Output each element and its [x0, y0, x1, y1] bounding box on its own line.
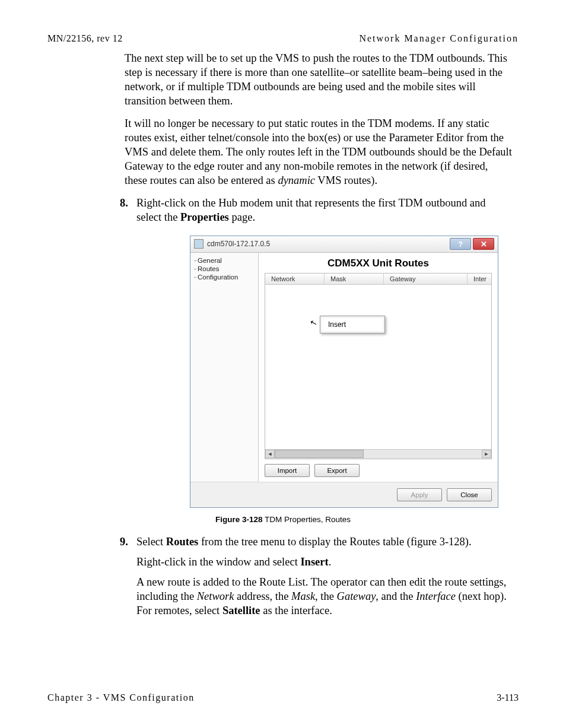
context-menu: Insert	[320, 316, 385, 333]
col-network[interactable]: Network	[265, 274, 325, 284]
titlebar[interactable]: cdm570l-172.17.0.5 ? ✕	[190, 236, 498, 253]
menu-insert[interactable]: Insert	[322, 318, 383, 331]
col-inter[interactable]: Inter	[468, 274, 491, 284]
figure-caption: Figure 3-128 TDM Properties, Routes	[47, 515, 519, 524]
table-header: Network Mask Gateway Inter	[265, 274, 491, 285]
doc-id: MN/22156, rev 12	[47, 33, 123, 44]
properties-dialog: cdm570l-172.17.0.5 ? ✕ General Routes Co…	[190, 236, 498, 508]
paragraph-2: It will no longer be necessary to put st…	[125, 116, 513, 187]
scroll-right-icon[interactable]: ►	[482, 450, 491, 458]
scroll-thumb[interactable]	[275, 450, 364, 458]
step-9-number: 9.	[120, 535, 128, 549]
page-number: 3-113	[497, 692, 519, 703]
apply-button[interactable]: Apply	[397, 488, 442, 501]
tree-menu: General Routes Configuration	[190, 253, 259, 482]
cursor-icon: ↖	[309, 317, 319, 328]
tree-configuration[interactable]: Configuration	[193, 273, 256, 281]
col-gateway[interactable]: Gateway	[384, 274, 468, 284]
scroll-track[interactable]	[275, 450, 482, 459]
table-body[interactable]: ↖ Insert	[265, 285, 491, 449]
panel-title: CDM5XX Unit Routes	[265, 257, 492, 269]
help-button[interactable]: ?	[450, 238, 471, 250]
routes-table[interactable]: Network Mask Gateway Inter ↖ Insert ◄	[265, 273, 492, 459]
section-title: Network Manager Configuration	[359, 33, 519, 44]
import-button[interactable]: Import	[265, 464, 310, 477]
app-icon	[194, 239, 203, 249]
chapter-footer: Chapter 3 - VMS Configuration	[47, 692, 195, 703]
window-title: cdm570l-172.17.0.5	[207, 240, 448, 248]
paragraph-1: The next step will be to set up the VMS …	[125, 51, 513, 108]
close-dialog-button[interactable]: Close	[447, 488, 492, 501]
horizontal-scrollbar[interactable]: ◄ ►	[265, 449, 491, 459]
tree-routes[interactable]: Routes	[193, 265, 256, 273]
col-mask[interactable]: Mask	[325, 274, 384, 284]
export-button[interactable]: Export	[314, 464, 360, 477]
close-button[interactable]: ✕	[473, 238, 494, 250]
step-8-number: 8.	[120, 196, 128, 210]
step-9: 9. Select Routes from the tree menu to d…	[125, 535, 513, 618]
step-8: 8. Right-click on the Hub modem unit tha…	[125, 196, 513, 224]
scroll-left-icon[interactable]: ◄	[265, 450, 275, 458]
tree-general[interactable]: General	[193, 256, 256, 265]
